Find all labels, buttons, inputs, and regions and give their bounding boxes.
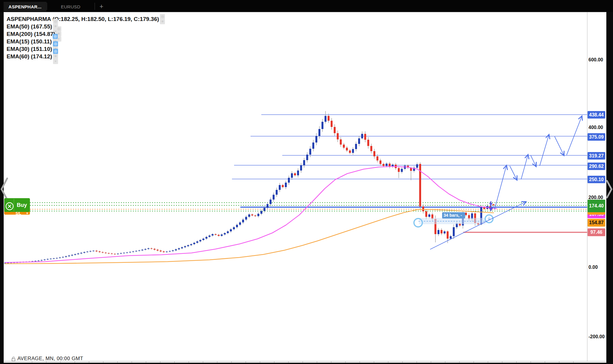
eye-icon[interactable]: ◎: [160, 14, 165, 19]
stop-loss-label: S/L: [16, 211, 21, 216]
circle-x-icon: [5, 199, 14, 211]
price-level-label: 250.10: [588, 176, 605, 183]
legend-row-ema15: EMA(15) (150.11)◎✳×: [7, 38, 165, 45]
legend-row-ema50: EMA(50) (167.55)◎✳×: [7, 23, 165, 30]
gear-icon[interactable]: ✳: [53, 54, 58, 59]
price-level-label: 375.09: [588, 133, 605, 141]
add-tab-button[interactable]: +: [96, 2, 107, 11]
caret-down-icon: ▼: [26, 212, 29, 215]
ema200-label: EMA(200) (154.87): [7, 31, 55, 37]
price-level-label: 97.46: [588, 228, 605, 236]
eye-icon[interactable]: ◎: [53, 49, 58, 54]
close-widget-button[interactable]: [5, 199, 14, 211]
price-level-label: 174.40: [588, 200, 605, 212]
eye-icon[interactable]: ◎: [53, 19, 58, 24]
legend-row-ema60: EMA(60) (174.12)◎✳×: [7, 53, 165, 60]
ema15-label: EMA(15) (150.11): [7, 38, 52, 45]
legend-row-symbol: ASPENPHARMA (O:182.25, H:182.50, L:176.1…: [7, 16, 165, 22]
tab-eurusd-label: EURUSD: [61, 4, 80, 9]
tab-eurusd[interactable]: EURUSD: [47, 2, 94, 11]
tab-bar: ASPENPHAR... EURUSD +: [0, 0, 613, 12]
axis-tick-label: 600.00: [588, 57, 606, 63]
ema60-label: EMA(60) (174.12): [7, 53, 52, 60]
eye-icon[interactable]: ◎: [53, 41, 58, 46]
plus-icon: +: [100, 3, 104, 10]
close-icon[interactable]: ×: [53, 59, 58, 64]
lock-icon[interactable]: [11, 357, 16, 363]
tab-separator: [47, 3, 47, 10]
symbol-ohlc-label: ASPENPHARMA (O:182.25, H:182.50, L:176.1…: [7, 16, 159, 22]
tab-separator: [95, 3, 95, 10]
price-level-label: 438.44: [588, 111, 605, 119]
ema30-label: EMA(30) (151.10): [7, 46, 52, 52]
eye-icon[interactable]: ◎: [53, 34, 58, 39]
measure-tooltip: 34 bars, -: [442, 212, 465, 219]
price-level-label: 154.87: [588, 219, 605, 227]
legend: ASPENPHARMA (O:182.25, H:182.50, L:176.1…: [7, 16, 165, 60]
eye-icon[interactable]: ◎: [56, 26, 61, 31]
buy-button-label: Buy: [14, 198, 30, 212]
buy-button[interactable]: Buy: [4, 198, 30, 212]
price-level-label: 319.27: [588, 152, 605, 160]
legend-row-ema200: EMA(200) (154.87)◎✳×: [7, 31, 165, 37]
chevron-right-icon[interactable]: [607, 181, 612, 198]
axis-tick-label: 0.00: [588, 265, 606, 270]
chevron-left-icon[interactable]: [1, 178, 7, 200]
tab-aspenpharma[interactable]: ASPENPHAR...: [4, 2, 46, 11]
chart-trade-widget[interactable]: S/L ▼ Buy: [4, 198, 30, 215]
axis-tick-label: 400.00: [588, 125, 606, 130]
ema50-label: EMA(50) (167.55): [7, 23, 52, 30]
tab-aspenpharma-label: ASPENPHAR...: [8, 4, 41, 9]
axis-tick-label: -200.00: [588, 334, 606, 339]
legend-row-ema30: EMA(30) (151.10)◎✳×: [7, 46, 165, 52]
chart-status-label: AVERAGE, MN, 00:00 GMT: [17, 356, 83, 362]
price-level-label: 290.62: [588, 163, 605, 170]
